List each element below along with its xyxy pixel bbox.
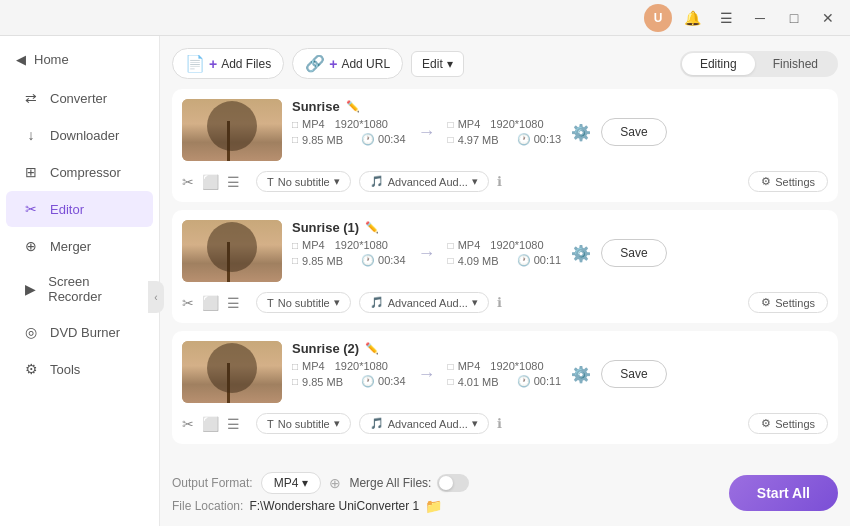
- cut-icon[interactable]: ✂: [182, 174, 194, 190]
- titlebar: U 🔔 ☰ ─ □ ✕: [0, 0, 850, 36]
- sidebar-item-dvd-burner[interactable]: ◎ DVD Burner: [6, 314, 153, 350]
- output-format-select[interactable]: MP4 ▾: [261, 472, 322, 494]
- toolbar: 📄 + Add Files 🔗 + Add URL Edit ▾ Editing…: [172, 48, 838, 79]
- file-name-row: Sunrise (2) ✏️: [292, 341, 828, 356]
- settings-gear-icon: ⚙: [761, 296, 771, 309]
- sidebar-item-compressor[interactable]: ⊞ Compressor: [6, 154, 153, 190]
- subtitle-select[interactable]: T No subtitle ▾: [256, 413, 351, 434]
- dest-meta: □ MP4 1920*1080 □ 4.97 MB 🕐 00:13: [448, 118, 562, 146]
- minimize-button[interactable]: ─: [746, 7, 774, 29]
- edit-dropdown[interactable]: Edit ▾: [411, 51, 464, 77]
- settings-gear-button[interactable]: ⚙️: [567, 118, 595, 146]
- save-button[interactable]: Save: [601, 239, 666, 267]
- sidebar-item-merger[interactable]: ⊕ Merger: [6, 228, 153, 264]
- file-list: Sunrise ✏️ □ MP4 1920*1080 □ 9.85 MB �: [172, 89, 838, 464]
- chevron-down-icon: ▾: [447, 57, 453, 71]
- audio-select[interactable]: 🎵 Advanced Aud... ▾: [359, 171, 489, 192]
- folder-icon: □: [292, 255, 298, 266]
- merge-toggle-switch[interactable]: [437, 474, 469, 492]
- sidebar-item-label-compressor: Compressor: [50, 165, 121, 180]
- src-format: □ MP4 1920*1080: [292, 118, 406, 130]
- sidebar-item-downloader[interactable]: ↓ Downloader: [6, 117, 153, 153]
- chevron-down-icon: ▾: [334, 296, 340, 309]
- main-content: 📄 + Add Files 🔗 + Add URL Edit ▾ Editing…: [160, 36, 850, 526]
- settings-gear-button[interactable]: ⚙️: [567, 239, 595, 267]
- tab-group: Editing Finished: [680, 51, 838, 77]
- audio-select[interactable]: 🎵 Advanced Aud... ▾: [359, 292, 489, 313]
- save-button[interactable]: Save: [601, 118, 666, 146]
- crop-icon[interactable]: ⬜: [202, 174, 219, 190]
- menu-icon[interactable]: ☰: [712, 7, 740, 29]
- tab-editing[interactable]: Editing: [682, 53, 755, 75]
- audio-value: Advanced Aud...: [388, 176, 468, 188]
- convert-arrow-icon: →: [418, 364, 436, 385]
- settings-gear-button[interactable]: ⚙️: [567, 360, 595, 388]
- settings-button[interactable]: ⚙ Settings: [748, 171, 828, 192]
- file-card: Sunrise (1) ✏️ □ MP4 1920*1080 □ 9.85 MB: [172, 210, 838, 323]
- start-all-button[interactable]: Start All: [729, 475, 838, 511]
- dst-size: □ 4.97 MB 🕐 00:13: [448, 133, 562, 146]
- file-info: Sunrise (2) ✏️ □ MP4 1920*1080 □ 9.85 MB: [292, 341, 828, 388]
- subtitle-icon: T: [267, 297, 274, 309]
- chevron-down-icon: ▾: [334, 417, 340, 430]
- thumbnail-art: [182, 341, 282, 403]
- sidebar-item-screen-recorder[interactable]: ▶ Screen Recorder: [6, 265, 153, 313]
- folder-icon[interactable]: 📁: [425, 498, 442, 514]
- cut-icon[interactable]: ✂: [182, 416, 194, 432]
- sidebar-item-label-screen-recorder: Screen Recorder: [48, 274, 137, 304]
- crop-icon[interactable]: ⬜: [202, 416, 219, 432]
- edit-name-icon[interactable]: ✏️: [346, 100, 360, 113]
- user-avatar[interactable]: U: [644, 4, 672, 32]
- save-button[interactable]: Save: [601, 360, 666, 388]
- cut-icon[interactable]: ✂: [182, 295, 194, 311]
- dst-size: □ 4.01 MB 🕐 00:11: [448, 375, 562, 388]
- file-location-value: F:\Wondershare UniConverter 1: [249, 499, 419, 513]
- audio-select[interactable]: 🎵 Advanced Aud... ▾: [359, 413, 489, 434]
- subtitle-select[interactable]: T No subtitle ▾: [256, 171, 351, 192]
- file-meta-row: □ MP4 1920*1080 □ 9.85 MB 🕐 00:34 →: [292, 360, 828, 388]
- add-output-format-icon[interactable]: ⊕: [329, 475, 341, 491]
- settings-button[interactable]: ⚙ Settings: [748, 292, 828, 313]
- info-icon[interactable]: ℹ: [497, 295, 502, 310]
- menu-icon[interactable]: ☰: [227, 416, 240, 432]
- file-card: Sunrise ✏️ □ MP4 1920*1080 □ 9.85 MB �: [172, 89, 838, 202]
- audio-icon: 🎵: [370, 175, 384, 188]
- settings-button[interactable]: ⚙ Settings: [748, 413, 828, 434]
- add-files-button[interactable]: 📄 + Add Files: [172, 48, 284, 79]
- toggle-knob: [439, 476, 453, 490]
- add-url-button[interactable]: 🔗 + Add URL: [292, 48, 403, 79]
- tab-finished[interactable]: Finished: [755, 53, 836, 75]
- file-location-row: File Location: F:\Wondershare UniConvert…: [172, 498, 469, 514]
- sidebar-item-editor[interactable]: ✂ Editor: [6, 191, 153, 227]
- subtitle-value: No subtitle: [278, 297, 330, 309]
- file-thumbnail: [182, 341, 282, 403]
- merge-all-toggle: Merge All Files:: [349, 474, 469, 492]
- info-icon[interactable]: ℹ: [497, 174, 502, 189]
- merge-all-label: Merge All Files:: [349, 476, 431, 490]
- src-format: □ MP4 1920*1080: [292, 239, 406, 251]
- edit-name-icon[interactable]: ✏️: [365, 342, 379, 355]
- edit-name-icon[interactable]: ✏️: [365, 221, 379, 234]
- close-button[interactable]: ✕: [814, 7, 842, 29]
- sidebar-collapse-btn[interactable]: ‹: [148, 281, 164, 313]
- file-card-top: Sunrise (1) ✏️ □ MP4 1920*1080 □ 9.85 MB: [182, 220, 828, 282]
- maximize-button[interactable]: □: [780, 7, 808, 29]
- subtitle-select[interactable]: T No subtitle ▾: [256, 292, 351, 313]
- source-meta: □ MP4 1920*1080 □ 9.85 MB 🕐 00:34: [292, 360, 406, 388]
- menu-icon[interactable]: ☰: [227, 295, 240, 311]
- notification-icon[interactable]: 🔔: [678, 7, 706, 29]
- chevron-left-icon: ◀: [16, 52, 26, 67]
- file-icon: □: [292, 240, 298, 251]
- menu-icon[interactable]: ☰: [227, 174, 240, 190]
- file-icon: □: [292, 119, 298, 130]
- settings-label: Settings: [775, 297, 815, 309]
- add-url-label: Add URL: [341, 57, 390, 71]
- info-icon[interactable]: ℹ: [497, 416, 502, 431]
- sidebar-item-converter[interactable]: ⇄ Converter: [6, 80, 153, 116]
- folder-icon: □: [448, 255, 454, 266]
- file-icon: □: [448, 240, 454, 251]
- file-thumbnail: [182, 99, 282, 161]
- sidebar-home[interactable]: ◀ Home: [0, 44, 159, 75]
- crop-icon[interactable]: ⬜: [202, 295, 219, 311]
- sidebar-item-tools[interactable]: ⚙ Tools: [6, 351, 153, 387]
